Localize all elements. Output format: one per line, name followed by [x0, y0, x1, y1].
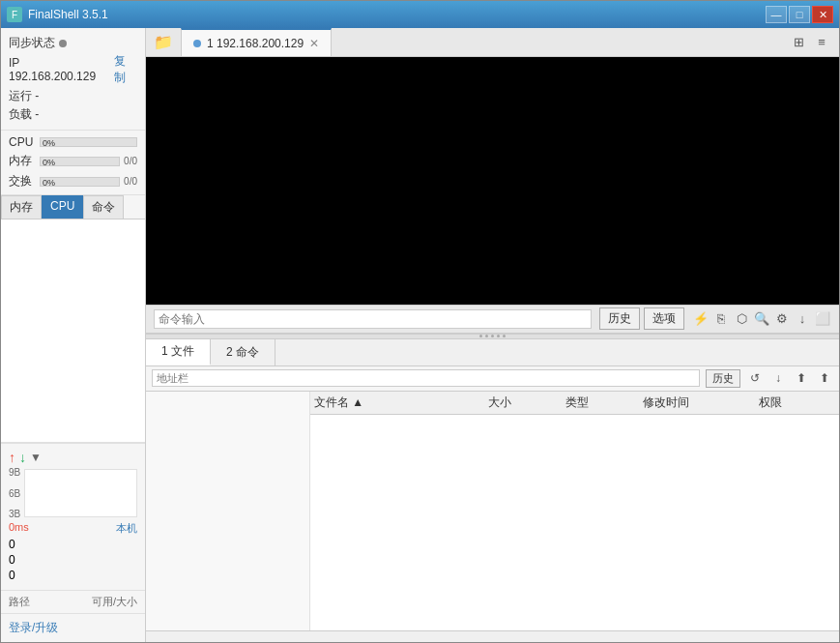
col-mtime[interactable]: 修改时间: [643, 395, 759, 411]
menu-icon[interactable]: ≡: [812, 33, 831, 52]
fm-tab-commands[interactable]: 2 命令: [211, 339, 275, 365]
file-table-area: 文件名 ▲ 大小 类型 修改时间 权限: [310, 392, 839, 631]
tab-close-button[interactable]: ✕: [309, 37, 319, 50]
file-table-header: 文件名 ▲ 大小 类型 修改时间 权限: [310, 392, 839, 415]
net-val-2: 0: [9, 553, 137, 567]
swap-bar-row: 交换 0% 0/0: [9, 172, 137, 190]
close-button[interactable]: ✕: [812, 6, 833, 23]
cpu-label: CPU: [9, 135, 36, 149]
fm-tab-commands-label: 2 命令: [226, 344, 259, 361]
search-icon[interactable]: 🔍: [753, 310, 770, 328]
title-bar-controls: — □ ✕: [766, 6, 833, 23]
sync-status-section: 同步状态 IP 192.168.200.129 复制 运行 - 负载 -: [1, 28, 145, 131]
folder-icon[interactable]: 📁: [154, 33, 173, 51]
disk-path-label: 路径: [9, 595, 30, 609]
col-filename[interactable]: 文件名 ▲: [314, 395, 488, 411]
col-size[interactable]: 大小: [488, 395, 565, 411]
col-perm[interactable]: 权限: [759, 395, 835, 411]
disk-avail-label: 可用/大小: [92, 595, 137, 609]
file-nav-panel: [146, 392, 310, 631]
swap-used: 0/0: [124, 176, 137, 187]
settings-icon[interactable]: ⚙: [773, 310, 791, 328]
cpu-bar-row: CPU 0%: [9, 134, 137, 150]
sidebar-monitor-tabs: 内存 CPU 命令: [1, 195, 145, 219]
cmd-input[interactable]: [154, 309, 592, 329]
tab-command[interactable]: 命令: [83, 195, 124, 219]
login-label: 登录/升级: [9, 621, 58, 634]
login-upgrade-button[interactable]: 登录/升级: [1, 613, 145, 642]
upload2-icon[interactable]: ⬆: [816, 369, 833, 387]
net-latency-row: 0ms 本机: [9, 521, 137, 536]
address-bar[interactable]: [152, 369, 700, 387]
sidebar-chart: [1, 219, 145, 443]
ip-row: IP 192.168.200.129 复制: [9, 52, 137, 87]
resource-bars-section: CPU 0% 内存 0% 0/0 交换: [1, 131, 145, 195]
memory-percent: 0%: [43, 158, 55, 167]
tab-bar: 📁 1 192.168.200.129 ✕ ⊞ ≡: [146, 28, 839, 57]
net-values: 0 0 0: [9, 536, 137, 584]
lightning-icon[interactable]: ⚡: [692, 310, 710, 328]
fm-scrollbar[interactable]: [146, 630, 839, 642]
app-icon: F: [7, 7, 22, 22]
net-latency: 0ms: [9, 521, 29, 536]
split-dots: [479, 335, 506, 337]
tab-memory[interactable]: 内存: [1, 195, 42, 219]
network-section: ↑ ↓ ▼ 9B 6B 3B 0ms 本机 0: [1, 443, 145, 590]
memory-label: 内存: [9, 153, 36, 169]
clear-icon[interactable]: ⬜: [814, 310, 831, 328]
options-button[interactable]: 选项: [644, 307, 684, 330]
maximize-button[interactable]: □: [789, 6, 810, 23]
grid-view-icon[interactable]: ⊞: [789, 33, 808, 52]
minimize-button[interactable]: —: [766, 6, 787, 23]
disk-section: 路径 可用/大小: [1, 590, 145, 613]
right-panel: 📁 1 192.168.200.129 ✕ ⊞ ≡: [146, 28, 839, 642]
net-local-label: 本机: [116, 521, 137, 536]
download-arrow-icon: ↓: [19, 450, 26, 465]
fm-toolbar: 历史 ↺ ↓ ⬆ ⬆: [146, 366, 839, 392]
status-dot: [59, 40, 67, 47]
fm-history-button[interactable]: 历史: [706, 369, 740, 388]
load-label: 负载 -: [9, 106, 39, 123]
cmd-bar: 历史 选项 ⚡ ⎘ ⬡ 🔍 ⚙ ↓ ⬜: [146, 305, 839, 334]
copy-button[interactable]: 复制: [114, 53, 137, 86]
swap-progress-bar: 0%: [40, 177, 120, 187]
running-label: 运行 -: [9, 88, 39, 104]
ip-label: IP 192.168.200.129: [9, 56, 108, 83]
sidebar: 同步状态 IP 192.168.200.129 复制 运行 - 负载 -: [1, 28, 146, 642]
fm-tab-files[interactable]: 1 文件: [146, 339, 211, 365]
swap-percent: 0%: [43, 178, 55, 188]
memory-used: 0/0: [124, 156, 137, 166]
net-val-3: 0: [9, 569, 137, 582]
running-row: 运行 -: [9, 87, 137, 105]
download-icon[interactable]: ↓: [794, 310, 811, 328]
tab-bar-right: ⊞ ≡: [781, 28, 839, 56]
app-title: FinalShell 3.5.1: [28, 8, 108, 21]
memory-progress-bar: 0%: [40, 157, 120, 166]
copy-icon[interactable]: ⎘: [712, 310, 730, 328]
main-content: 同步状态 IP 192.168.200.129 复制 运行 - 负载 -: [1, 28, 839, 642]
swap-label: 交换: [9, 173, 36, 190]
net-scale-6: 6B: [9, 488, 20, 499]
network-chart-row: 9B 6B 3B: [9, 465, 137, 521]
fm-download-icon[interactable]: ↓: [769, 369, 787, 387]
session-tab[interactable]: 1 192.168.200.129 ✕: [181, 28, 332, 56]
file-table-container: 文件名 ▲ 大小 类型 修改时间 权限: [146, 392, 839, 631]
disk-header: 路径 可用/大小: [9, 595, 137, 609]
main-window: F FinalShell 3.5.1 — □ ✕ 同步状态 IP 192.168…: [0, 0, 840, 643]
memory-bar-row: 内存 0% 0/0: [9, 152, 137, 170]
upload-arrow-icon: ↑: [9, 450, 15, 465]
terminal[interactable]: [146, 57, 839, 305]
network-chart: [24, 469, 137, 517]
refresh-icon[interactable]: ↺: [746, 369, 764, 387]
net-scale-3: 3B: [9, 509, 20, 519]
cpu-percent: 0%: [43, 138, 55, 148]
upload-icon[interactable]: ⬆: [793, 369, 810, 387]
file-table-body: [310, 415, 839, 631]
tab-cpu[interactable]: CPU: [42, 195, 83, 219]
net-scale: 9B 6B 3B: [9, 465, 20, 521]
col-type[interactable]: 类型: [565, 395, 643, 411]
history-button[interactable]: 历史: [599, 307, 640, 330]
cmd-icon-group: ⚡ ⎘ ⬡ 🔍 ⚙ ↓ ⬜: [692, 310, 831, 328]
hex-icon[interactable]: ⬡: [733, 310, 750, 328]
file-manager-tabs: 1 文件 2 命令: [146, 339, 839, 366]
